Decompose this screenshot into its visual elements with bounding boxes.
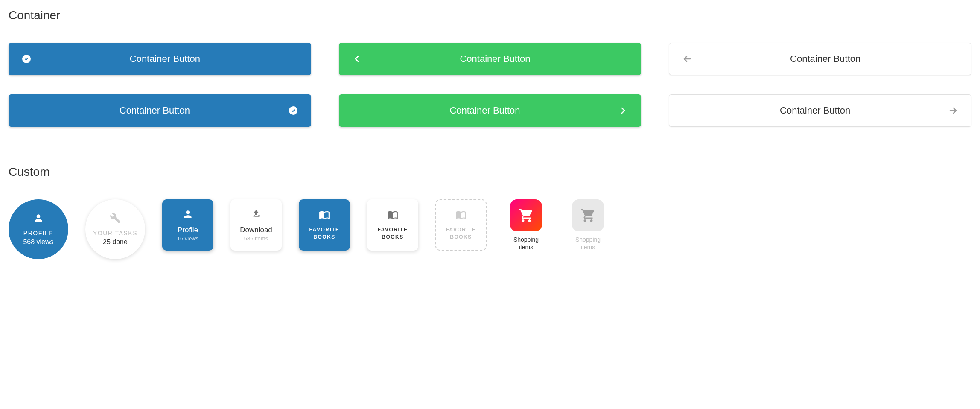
tile-label: FAVORITE BOOKS	[309, 226, 339, 241]
tile-label: FAVORITE BOOKS	[377, 226, 408, 241]
shopping-cart-icon	[572, 199, 604, 231]
container-button-label: Container Button	[21, 105, 288, 116]
tile-label: FAVORITE BOOKS	[446, 226, 476, 241]
shopping-items-button-gray[interactable]: Shopping items	[566, 199, 610, 251]
download-icon	[251, 209, 262, 222]
shopping-cart-icon	[510, 199, 542, 231]
tile-label: Shopping items	[575, 236, 601, 251]
profile-square-button[interactable]: Profile 16 views	[162, 199, 213, 251]
container-button-chevron-right-green[interactable]: Container Button	[339, 94, 642, 127]
container-button-chevron-left-green[interactable]: Container Button	[339, 43, 642, 75]
arrow-left-icon	[682, 54, 692, 64]
tile-sublabel: 586 items	[244, 235, 268, 242]
favorite-books-button-dashed[interactable]: FAVORITE BOOKS	[435, 199, 487, 251]
user-icon	[182, 209, 193, 222]
container-button-grid: Container Button Container Button Contai…	[9, 43, 971, 127]
container-button-label: Container Button	[692, 53, 958, 64]
chevron-left-icon	[352, 54, 362, 64]
chevron-right-icon	[618, 105, 628, 116]
check-circle-icon	[288, 105, 298, 116]
tile-label: Shopping items	[513, 236, 539, 251]
favorite-books-button-blue[interactable]: FAVORITE BOOKS	[299, 199, 350, 251]
section-title-custom: Custom	[9, 165, 971, 179]
custom-button-row: PROFILE 568 views YOUR TASKS 25 done Pro…	[9, 199, 971, 259]
container-button-label: Container Button	[362, 53, 629, 64]
tile-label: Profile	[178, 226, 198, 234]
section-title-container: Container	[9, 9, 971, 22]
container-button-check-left-blue[interactable]: Container Button	[9, 43, 311, 75]
check-circle-icon	[21, 54, 32, 64]
shopping-items-button-gradient[interactable]: Shopping items	[504, 199, 548, 251]
container-button-check-right-blue[interactable]: Container Button	[9, 94, 311, 127]
wrench-icon	[110, 213, 121, 225]
container-button-arrow-right-white[interactable]: Container Button	[669, 94, 971, 127]
book-icon	[319, 209, 330, 222]
container-button-arrow-left-white[interactable]: Container Button	[669, 43, 971, 75]
favorite-books-button-white[interactable]: FAVORITE BOOKS	[367, 199, 418, 251]
user-icon	[33, 213, 44, 225]
profile-circle-button[interactable]: PROFILE 568 views	[9, 199, 68, 259]
tile-label: YOUR TASKS	[93, 230, 137, 237]
book-icon	[455, 209, 467, 222]
container-button-label: Container Button	[32, 53, 298, 64]
tile-sublabel: 16 views	[177, 235, 199, 242]
download-square-button[interactable]: Download 586 items	[230, 199, 282, 251]
your-tasks-circle-button[interactable]: YOUR TASKS 25 done	[85, 199, 145, 259]
container-button-label: Container Button	[352, 105, 618, 116]
arrow-right-icon	[948, 105, 958, 116]
container-button-label: Container Button	[682, 105, 948, 116]
book-icon	[387, 209, 398, 222]
tile-sublabel: 25 done	[103, 238, 128, 246]
tile-label: Download	[240, 226, 272, 234]
svg-rect-2	[254, 216, 259, 216]
tile-sublabel: 568 views	[23, 238, 53, 246]
tile-label: PROFILE	[23, 230, 53, 237]
